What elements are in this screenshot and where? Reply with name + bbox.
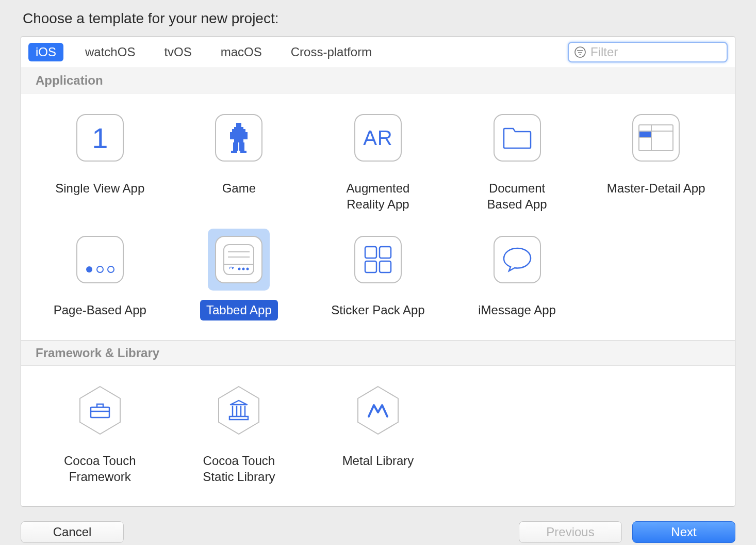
ar-icon: AR <box>354 114 402 162</box>
svg-rect-30 <box>380 247 391 258</box>
svg-rect-8 <box>243 132 248 139</box>
svg-rect-7 <box>230 132 234 139</box>
template-label: Document Based App <box>481 178 553 214</box>
platform-tab-cross-platform[interactable]: Cross-platform <box>284 43 379 61</box>
template-label: Cocoa Touch Static Library <box>196 451 281 487</box>
single-view-icon: 1 <box>76 114 124 162</box>
svg-rect-32 <box>380 261 391 272</box>
svg-rect-29 <box>365 247 376 258</box>
filter-icon <box>574 46 586 58</box>
template-cocoa-touch-static-library[interactable]: Cocoa Touch Static Library <box>170 377 309 489</box>
template-metal-library[interactable]: Metal Library <box>308 377 448 489</box>
section-header-framework: Framework & Library <box>21 340 735 366</box>
next-button[interactable]: Next <box>632 521 735 543</box>
platform-tab-ios[interactable]: iOS <box>28 43 63 61</box>
svg-point-20 <box>97 266 103 272</box>
metal-icon <box>355 384 401 436</box>
template-label: Tabbed App <box>200 300 278 320</box>
template-label: Cocoa Touch Framework <box>58 451 142 487</box>
template-label: Single View App <box>49 178 151 198</box>
template-augmented-reality-app[interactable]: AR Augmented Reality App <box>308 105 448 216</box>
application-grid: 1 Single View App Game AR Augmented Real… <box>21 93 735 340</box>
svg-rect-10 <box>233 142 238 151</box>
svg-rect-12 <box>231 151 237 153</box>
imessage-icon <box>494 236 541 283</box>
template-label: Page-Based App <box>47 300 153 320</box>
svg-rect-13 <box>240 151 246 153</box>
svg-rect-31 <box>365 261 376 272</box>
toolbox-icon <box>77 384 123 436</box>
folder-icon <box>494 114 541 162</box>
template-sticker-pack-app[interactable]: Sticker Pack App <box>308 227 448 322</box>
cancel-button[interactable]: Cancel <box>21 521 124 543</box>
template-label: Game <box>216 178 262 198</box>
template-panel: iOS watchOS tvOS macOS Cross-platform Ap… <box>21 36 735 507</box>
svg-point-19 <box>86 266 92 272</box>
master-detail-icon <box>632 114 680 162</box>
library-icon <box>216 384 262 436</box>
template-tabbed-app[interactable]: Tabbed App <box>170 227 309 322</box>
template-label: iMessage App <box>472 300 562 320</box>
svg-rect-11 <box>239 142 244 151</box>
svg-rect-5 <box>234 127 243 129</box>
svg-rect-34 <box>91 407 109 418</box>
section-header-application: Application <box>21 68 735 93</box>
platform-tab-macos[interactable]: macOS <box>213 43 269 61</box>
game-icon <box>215 114 262 162</box>
filter-input[interactable] <box>590 45 735 59</box>
template-label: Augmented Reality App <box>340 178 416 214</box>
template-master-detail-app[interactable]: Master-Detail App <box>586 105 726 216</box>
svg-point-28 <box>246 268 249 270</box>
template-label: Master-Detail App <box>601 178 712 198</box>
svg-rect-6 <box>232 129 245 132</box>
filter-field-wrap[interactable] <box>568 42 728 62</box>
template-label: Sticker Pack App <box>325 300 431 320</box>
platform-tab-tvos[interactable]: tvOS <box>157 43 199 61</box>
framework-grid: Cocoa Touch Framework Cocoa Touch Static… <box>21 366 735 506</box>
dialog-button-bar: Cancel Previous Next <box>21 507 735 543</box>
svg-rect-41 <box>229 416 248 420</box>
svg-point-27 <box>242 268 245 270</box>
svg-point-26 <box>238 268 241 270</box>
template-imessage-app[interactable]: iMessage App <box>448 227 587 322</box>
svg-rect-22 <box>224 245 254 275</box>
svg-rect-18 <box>639 132 651 137</box>
template-game[interactable]: Game <box>170 105 309 216</box>
template-page-based-app[interactable]: Page-Based App <box>30 227 170 322</box>
page-based-icon <box>76 236 124 283</box>
svg-rect-4 <box>236 123 241 127</box>
tabbed-icon <box>215 236 262 283</box>
template-cocoa-touch-framework[interactable]: Cocoa Touch Framework <box>30 377 170 489</box>
svg-rect-9 <box>234 132 243 142</box>
svg-point-21 <box>108 266 114 272</box>
template-document-based-app[interactable]: Document Based App <box>448 105 587 216</box>
dialog-heading: Choose a template for your new project: <box>21 10 735 27</box>
template-single-view-app[interactable]: 1 Single View App <box>30 105 170 216</box>
previous-button[interactable]: Previous <box>519 521 622 543</box>
platform-tab-watchos[interactable]: watchOS <box>78 43 142 61</box>
svg-point-0 <box>575 47 585 57</box>
platform-tab-bar: iOS watchOS tvOS macOS Cross-platform <box>21 37 735 68</box>
template-label: Metal Library <box>336 451 420 471</box>
sticker-icon <box>354 236 402 283</box>
